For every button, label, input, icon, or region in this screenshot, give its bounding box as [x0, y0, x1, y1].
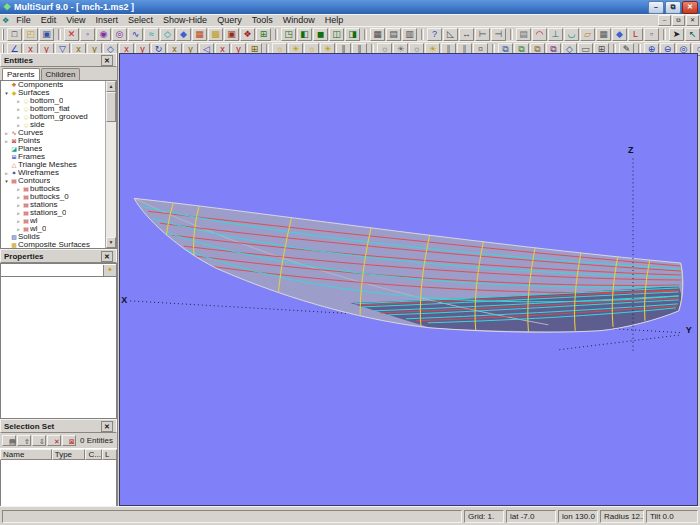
insert-ring-button[interactable]: ◎: [112, 28, 127, 41]
column-header-type[interactable]: Type: [52, 449, 86, 460]
insert-composite-button[interactable]: ❖: [240, 28, 255, 41]
menu-view[interactable]: View: [61, 15, 90, 26]
collapsed-icon[interactable]: ▹: [15, 105, 22, 113]
contours-tool-button[interactable]: ◡: [564, 28, 579, 41]
tree-item-surfaces[interactable]: ▾◆Surfaces: [1, 89, 106, 97]
tree-item-buttocks[interactable]: ▹▤buttocks: [1, 185, 106, 193]
view-shaded-button[interactable]: ◧: [297, 28, 312, 41]
collapsed-icon[interactable]: ▹: [15, 185, 22, 193]
grid-display-button[interactable]: ▦: [370, 28, 385, 41]
collapsed-icon[interactable]: ▹: [15, 217, 22, 225]
restore-button[interactable]: ⧉: [665, 1, 681, 14]
develop-tool-button[interactable]: ▱: [580, 28, 595, 41]
tree-item-frames[interactable]: ⊞Frames: [1, 153, 106, 161]
bounds-tool-button[interactable]: ▫: [644, 28, 659, 41]
view-rendered-button[interactable]: ◼: [313, 28, 328, 41]
measure-min-button[interactable]: ⊢: [475, 28, 490, 41]
menu-edit[interactable]: Edit: [36, 15, 62, 26]
collapsed-icon[interactable]: ▹: [15, 209, 22, 217]
tree-item-contours[interactable]: ▾▤Contours: [1, 177, 106, 185]
selection-list-button[interactable]: ▤: [2, 435, 16, 446]
expanded-icon[interactable]: ▾: [3, 177, 10, 185]
tab-children[interactable]: Children: [41, 68, 81, 80]
collapsed-icon[interactable]: ▹: [15, 121, 22, 129]
tree-item-side[interactable]: ▹◇side: [1, 121, 106, 129]
remove-entity-button[interactable]: ✕: [47, 435, 61, 446]
menu-show-hide[interactable]: Show-Hide: [158, 15, 212, 26]
clear-selection-button[interactable]: ⊠: [62, 435, 76, 446]
tree-item-buttocks-0[interactable]: ▹▤buttocks_0: [1, 193, 106, 201]
tree-item-planes[interactable]: ◪Planes: [1, 145, 106, 153]
collapsed-icon[interactable]: ▹: [3, 169, 10, 177]
construction-grid-button[interactable]: ▥: [402, 28, 417, 41]
tree-item-bottom-grooved[interactable]: ▹◇bottom_grooved: [1, 113, 106, 121]
expanded-icon[interactable]: ▾: [3, 89, 10, 97]
tree-item-curves[interactable]: ▹∿Curves: [1, 129, 106, 137]
collapsed-icon[interactable]: ▹: [15, 97, 22, 105]
collapsed-icon[interactable]: ▹: [15, 113, 22, 121]
tab-parents[interactable]: Parents: [2, 68, 40, 80]
tree-item-bottom-flat[interactable]: ▹◇bottom_flat: [1, 105, 106, 113]
tree-item-components[interactable]: ❖Components: [1, 81, 106, 89]
grid-snap-button[interactable]: ▤: [386, 28, 401, 41]
tree-item-points[interactable]: ▹⊠Points: [1, 137, 106, 145]
close-button[interactable]: ✕: [682, 1, 698, 14]
insert-snake-button[interactable]: ≈: [144, 28, 159, 41]
measure-distance-button[interactable]: ↔: [459, 28, 474, 41]
insert-net-button[interactable]: ▦: [192, 28, 207, 41]
view-wireframe-button[interactable]: ◳: [281, 28, 296, 41]
entities-close-icon[interactable]: ✕: [101, 55, 113, 66]
column-header-l[interactable]: L: [102, 449, 117, 460]
collapsed-icon[interactable]: ▹: [15, 193, 22, 201]
tree-item-wl-0[interactable]: ▹▤wl_0: [1, 225, 106, 233]
menu-select[interactable]: Select: [123, 15, 158, 26]
insert-solid-button[interactable]: ▣: [224, 28, 239, 41]
menu-help[interactable]: Help: [320, 15, 349, 26]
tree-item-wireframes[interactable]: ▹✶Wireframes: [1, 169, 106, 177]
tree-item-triangle-meshes[interactable]: △Triangle Meshes: [1, 161, 106, 169]
menu-insert[interactable]: Insert: [91, 15, 124, 26]
properties-selector[interactable]: ✦: [0, 263, 117, 277]
minimize-button[interactable]: –: [648, 1, 664, 14]
save-model-button[interactable]: ▣: [39, 28, 54, 41]
offsets-tool-button[interactable]: ▤: [516, 28, 531, 41]
insert-point-button[interactable]: ✕: [64, 28, 79, 41]
view-perspective-button[interactable]: ◨: [345, 28, 360, 41]
select-parents-button[interactable]: ↖: [685, 28, 700, 41]
collapsed-icon[interactable]: ▹: [3, 137, 10, 145]
open-model-button[interactable]: ◰: [23, 28, 38, 41]
insert-surface-button[interactable]: ◇: [160, 28, 175, 41]
tree-item-bottom-0[interactable]: ▹◇bottom_0: [1, 97, 106, 105]
column-header-c-[interactable]: C...: [85, 449, 102, 460]
toolbar-grip[interactable]: [2, 29, 4, 40]
fit-surface-tool-button[interactable]: ◆: [612, 28, 627, 41]
normals-tool-button[interactable]: ⊥: [548, 28, 563, 41]
menu-tools[interactable]: Tools: [247, 15, 278, 26]
select-pointer-button[interactable]: ➤: [669, 28, 684, 41]
column-header-name[interactable]: Name: [0, 449, 52, 460]
move-down-button[interactable]: ⇩: [32, 435, 46, 446]
view-four-pane-button[interactable]: ◫: [329, 28, 344, 41]
scroll-down-icon[interactable]: ▼: [106, 237, 116, 248]
curvature-tool-button[interactable]: ◠: [532, 28, 547, 41]
properties-close-icon[interactable]: ✕: [101, 251, 113, 262]
insert-cspline-button[interactable]: ◆: [176, 28, 191, 41]
label-tool-button[interactable]: L: [628, 28, 643, 41]
tree-item-solids[interactable]: ▧Solids: [1, 233, 106, 241]
measure-triangle-button[interactable]: ◺: [443, 28, 458, 41]
tree-item-wl[interactable]: ▹▤wl: [1, 217, 106, 225]
menu-file[interactable]: File: [11, 15, 36, 26]
insert-bead-button[interactable]: ◦: [80, 28, 95, 41]
new-model-button[interactable]: □: [7, 28, 22, 41]
mesh-tool-button[interactable]: ▦: [596, 28, 611, 41]
child-close-button[interactable]: ✕: [686, 15, 699, 26]
query-tool-button[interactable]: ?: [427, 28, 442, 41]
measure-max-button[interactable]: ⊣: [491, 28, 506, 41]
viewport-3d[interactable]: Z X Y: [119, 53, 698, 506]
entities-scrollbar[interactable]: ▲ ▼: [105, 81, 116, 248]
insert-magnet-button[interactable]: ◉: [96, 28, 111, 41]
menu-window[interactable]: Window: [278, 15, 320, 26]
insert-frame-button[interactable]: ⊞: [256, 28, 271, 41]
collapsed-icon[interactable]: ▹: [15, 201, 22, 209]
insert-patch-button[interactable]: ▩: [208, 28, 223, 41]
